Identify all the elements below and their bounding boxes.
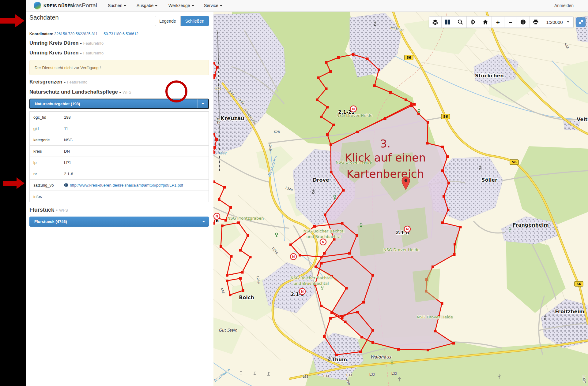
nsg-badge-icon: N: [215, 214, 218, 218]
map-toolbar: + − 1:20000: [429, 16, 586, 28]
road-label-k39: K39: [215, 87, 221, 91]
table-row: ogc_fid198: [30, 112, 209, 123]
coordinates-line: Koordinaten: 326158.739 5622825.811 — 50…: [29, 32, 138, 36]
nsg-label-boicher: und Bruchbachtal: [306, 234, 341, 239]
table-row: nr2.1-6: [30, 168, 209, 180]
legende-button[interactable]: Legende: [155, 16, 181, 26]
road-label-l33: L33: [369, 373, 375, 376]
road-label-l327: L327: [582, 375, 586, 383]
schliessen-button[interactable]: Schließen: [181, 16, 209, 26]
town-label-veitzheim: Veitzhe: [577, 117, 588, 122]
zoom-out-button[interactable]: −: [504, 17, 517, 28]
nsg-label-drover: NSG Drover Heide: [383, 247, 420, 252]
menu-ausgabe[interactable]: Ausgabe: [137, 3, 157, 8]
dropdown-caret-icon: [202, 221, 205, 222]
home-icon: [483, 19, 488, 25]
kreis-dueren-logo[interactable]: KREIS DÜREN: [34, 2, 74, 9]
menu-werkzeuge[interactable]: Werkzeuge: [168, 3, 194, 8]
nsg-label-boicher: NSG Boicher Bachtal: [303, 229, 345, 233]
road-shield-56: 56: [512, 160, 517, 164]
menu-service[interactable]: Service: [204, 3, 222, 8]
minus-icon: −: [509, 19, 512, 25]
modules-button[interactable]: [442, 17, 454, 28]
nsg-badge-icon: N: [292, 255, 295, 259]
town-label-soeller: Söller: [481, 177, 497, 183]
road-label-l33: L33: [303, 375, 308, 378]
zoom-in-button[interactable]: +: [492, 17, 504, 28]
annotation-arrow-sachdaten-icon: [0, 14, 25, 28]
plus-icon: +: [496, 19, 500, 25]
sachdaten-panel: Sachdaten Legende Schließen Koordinaten:…: [26, 12, 213, 386]
coordinates-label: Koordinaten:: [29, 32, 53, 36]
town-label-frangenheim: Frangenheim: [513, 222, 549, 228]
dropdown-caret-icon: [202, 103, 205, 105]
map-viewport[interactable]: 56 56 56 56 Hauptstraße Nd.Böten K28 L24…: [213, 12, 588, 386]
road-shield-56: 56: [443, 115, 448, 119]
section-umring-2: Umring Kreis Düren - FeatureInfo: [29, 50, 104, 56]
scale-select[interactable]: 1:20000: [542, 17, 573, 28]
town-label-stueckchen: Stückchen: [475, 73, 504, 79]
top-navbar: KREIS DÜREN inkasPortal Suchen Ausgabe W…: [26, 0, 588, 12]
town-label-drove: Drove: [313, 177, 329, 183]
search-button[interactable]: [454, 17, 467, 28]
fullscreen-icon: [579, 20, 583, 24]
service-warning: Der Dienst steht nicht zur Verfügung !: [29, 60, 209, 75]
globe-link-icon: [64, 183, 68, 187]
chevron-down-icon: [124, 5, 126, 6]
table-row: satzung_vo http://www.kreis-dueren.de/kr…: [30, 180, 209, 191]
geolocate-button[interactable]: [467, 17, 479, 28]
scale-value: 1:20000: [546, 20, 563, 25]
town-label-kreuzau: Kreuzau: [221, 115, 245, 121]
info-button[interactable]: [517, 17, 530, 28]
nsg-badge-icon: N: [352, 107, 355, 111]
section-kreisgrenzen: Kreisgrenzen - FeatureInfo: [29, 79, 87, 85]
left-black-strip: [0, 0, 26, 386]
road-label-l249: L249: [269, 143, 272, 151]
road-label-l33: L33: [391, 372, 397, 375]
panel-title: Sachdaten: [29, 14, 59, 21]
home-button[interactable]: [479, 17, 492, 28]
instruction-line-1: 3.: [380, 137, 390, 150]
satzung-vo-link[interactable]: http://www.kreis-dueren.de/kreishaus/amt…: [70, 183, 183, 187]
instruction-line-2: Klick auf einen: [345, 151, 426, 164]
nsg-label-boicher: und Bruchbachtal: [293, 281, 329, 286]
road-shield-56: 56: [576, 282, 581, 286]
naturschutzgebiet-dropdown[interactable]: Naturschutzgebiet (198): [29, 99, 209, 109]
coordinates-value[interactable]: 326158.739 5622825.811 — 50.731180 6.536…: [54, 32, 138, 36]
globe-logo-icon: [34, 2, 41, 9]
instruction-line-3: Kartenbereich: [347, 168, 424, 180]
hamlet-label-waldhaus: Waldhaus: [370, 354, 392, 359]
water-label-ww: WW: [219, 151, 227, 155]
login-link[interactable]: Anmelden: [554, 3, 574, 8]
flurstueck-dropdown[interactable]: Flurstueck (4746): [29, 217, 209, 227]
menu-suchen[interactable]: Suchen: [108, 3, 126, 8]
chevron-down-icon: [155, 5, 157, 6]
table-row: gid11: [30, 123, 209, 134]
info-icon: [520, 19, 526, 25]
road-shield-56: 56: [406, 56, 411, 60]
table-row: infos: [30, 191, 209, 202]
layers-button[interactable]: [429, 17, 442, 28]
road-label-l33: L33: [346, 373, 352, 377]
road-label-l33: L33: [323, 374, 329, 378]
road-label-k28: K28: [274, 130, 280, 134]
chevron-down-icon: [220, 5, 222, 6]
section-naturschutz: Naturschutz und Landschaftspflege - WFS: [29, 89, 131, 95]
print-button[interactable]: [530, 17, 542, 28]
table-row: kategorieNSG: [30, 134, 209, 146]
town-label-froitzheim: Froitzheim: [555, 309, 584, 314]
section-umring-1: Umring Kreis Düren - FeatureInfo: [29, 40, 104, 46]
nsg-label-drover: NSG Drover Heide: [417, 315, 453, 319]
nsg-badge-icon: N: [301, 290, 303, 294]
annotation-arrow-satzungvo-icon: [3, 177, 25, 190]
chevron-down-icon: [567, 21, 569, 23]
table-row: lpLP1: [30, 157, 209, 168]
nsg-label-boicher: NSG Boicher Bachtal: [291, 276, 332, 280]
app-title: inkasPortal: [68, 2, 97, 9]
fullscreen-button[interactable]: [576, 17, 586, 27]
nsg-badge-icon: N: [322, 240, 324, 244]
geolocate-icon: [470, 19, 476, 25]
nsg-badge-icon: N: [406, 227, 409, 231]
table-row: kreisDN: [30, 146, 209, 157]
hamlet-label-gutstein: Gut Stein: [219, 328, 238, 332]
